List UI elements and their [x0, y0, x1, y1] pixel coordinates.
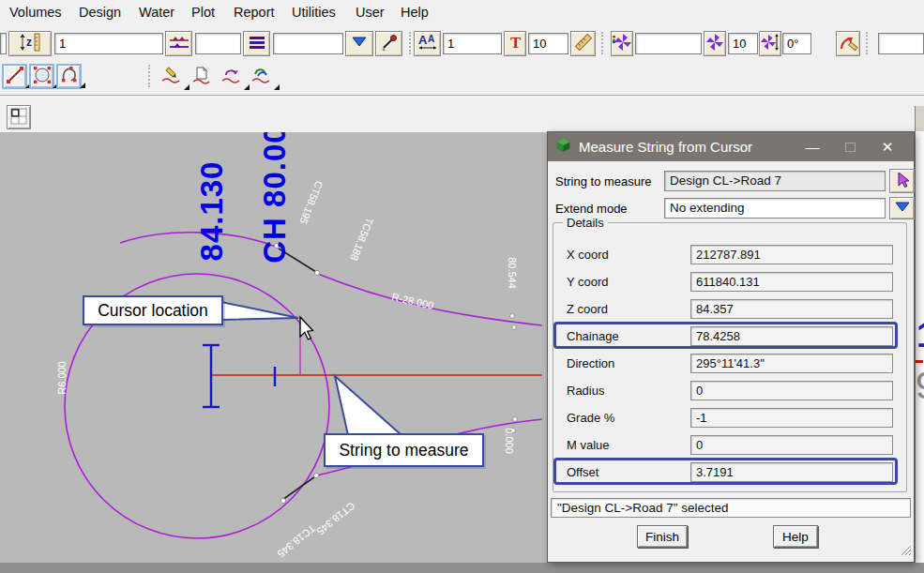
extend-mode-field[interactable]: No extending [664, 198, 886, 219]
circle-icon [33, 66, 52, 87]
linestyle-button[interactable] [243, 31, 270, 56]
angle-input[interactable] [782, 33, 811, 54]
detail-row-offset: Offset 3.7191 [553, 462, 906, 482]
tin-button[interactable] [165, 31, 192, 56]
z-value-input[interactable] [54, 33, 163, 54]
menu-water[interactable]: Water [139, 5, 174, 20]
angle-measure-button[interactable] [836, 31, 860, 56]
detail-row-xcoord: X coord 212787.891 [553, 245, 906, 264]
draw-circle-button[interactable] [29, 64, 54, 89]
maximize-icon [845, 143, 856, 152]
svg-text:z: z [26, 36, 32, 49]
detail-field[interactable]: 212787.891 [690, 245, 893, 264]
finish-button[interactable]: Finish [637, 525, 688, 548]
svg-text:A: A [428, 34, 434, 44]
callout-string-to-measure: String to measure [324, 433, 484, 467]
dialog-status-bar: "Design CL->Road 7" selected [551, 498, 911, 518]
close-button[interactable]: ✕ [869, 132, 906, 161]
offset-right-label: 0.000 [504, 428, 515, 454]
text-value-input[interactable] [443, 33, 502, 54]
minimize-button[interactable]: — [794, 132, 831, 161]
paste-string-button[interactable] [188, 64, 214, 89]
trailing-input[interactable] [878, 33, 924, 54]
reverse-curve-icon [220, 66, 241, 87]
detail-row-grade: Grade % -1 [553, 408, 906, 428]
menu-utilities[interactable]: Utilities [292, 5, 336, 20]
menu-help[interactable]: Help [401, 5, 429, 20]
extend-mode-dropdown[interactable] [889, 197, 915, 219]
colour-input[interactable] [273, 33, 343, 54]
help-button[interactable]: Help [773, 525, 818, 548]
reverse-string-button[interactable] [218, 64, 244, 89]
pinwheel-icon [705, 33, 724, 54]
callout-tail-string [335, 376, 401, 435]
angle-ruler-icon [838, 33, 858, 54]
section-view-edge: 1 9 [915, 106, 924, 563]
radius-circle-label: R6.000 [56, 361, 68, 394]
menu-user[interactable]: User [356, 5, 385, 20]
detail-field[interactable]: 611840.131 [690, 272, 893, 292]
detail-label: X coord [567, 248, 609, 262]
detail-label: M value [567, 438, 610, 452]
eyedropper-button[interactable] [375, 31, 402, 56]
draw-line-button[interactable] [2, 64, 27, 89]
text-size-button[interactable]: AA [414, 31, 441, 56]
linestyle-bars-icon [249, 35, 265, 53]
dialog-titlebar[interactable]: Measure String from Cursor — ✕ [548, 132, 914, 161]
leading-input-fragment[interactable] [0, 33, 7, 54]
symbol-scale-button[interactable] [759, 31, 781, 56]
detail-row-chainage: Chainage 78.4258 [553, 326, 906, 346]
line-icon [6, 66, 24, 87]
maximize-button[interactable] [831, 132, 869, 161]
gap-segment-bottom [282, 476, 315, 500]
page-icon [191, 66, 210, 87]
menu-report[interactable]: Report [234, 5, 275, 20]
model-input[interactable] [195, 33, 241, 54]
detail-label: Z coord [567, 302, 608, 316]
draw-shape-button[interactable] [56, 64, 82, 89]
detail-label: Y coord [567, 275, 609, 289]
pinwheel-color-icon [613, 33, 631, 54]
detail-field[interactable]: 0 [690, 381, 893, 400]
chainage-label: CH 80.00 [257, 132, 293, 264]
symbol-size-input[interactable] [728, 33, 758, 54]
svg-text:A: A [418, 33, 428, 47]
smooth-string-button[interactable] [248, 64, 274, 89]
symbol-rotate-button[interactable] [704, 31, 726, 56]
view-layout-button[interactable] [7, 105, 31, 129]
detail-field[interactable]: 0 [690, 435, 893, 455]
z-value-button[interactable]: z [8, 31, 52, 56]
symbol-colour-button[interactable] [611, 31, 633, 56]
measure-ruler-button[interactable] [570, 31, 596, 56]
detail-row-mvalue: M value 0 [553, 435, 906, 455]
peek-red-dash [916, 360, 923, 363]
dropdown-arrow-icon [350, 36, 369, 52]
detail-field[interactable]: 295°11'41.3" [690, 354, 893, 373]
resize-grip[interactable] [899, 543, 912, 560]
flyout-arrow-icon [80, 83, 85, 88]
colour-dropdown-button[interactable] [345, 31, 373, 56]
detail-row-zcoord: Z coord 84.357 [553, 299, 906, 319]
menu-volumes[interactable]: Volumes [9, 5, 62, 20]
text-style-button[interactable]: T [504, 31, 526, 56]
pick-string-button[interactable] [889, 169, 915, 193]
details-group: Details X coord 212787.891 Y coord 61184… [553, 222, 907, 492]
eyedropper-icon [380, 33, 399, 54]
toolbar-separator [866, 32, 868, 54]
string-to-measure-field[interactable]: Design CL->Road 7 [664, 171, 886, 191]
detail-field[interactable]: 3.7191 [690, 462, 893, 482]
edit-string-button[interactable] [158, 64, 184, 89]
detail-field[interactable]: -1 [690, 408, 893, 428]
mouse-cursor-icon [300, 317, 313, 339]
toolbar-separator [601, 32, 603, 54]
text-height-input[interactable] [528, 33, 568, 54]
swirl-curve-icon [250, 66, 271, 87]
menu-design[interactable]: Design [79, 5, 121, 20]
pencil-curve-icon [160, 66, 181, 87]
symbol-input[interactable] [635, 33, 702, 54]
pinwheel-scale-icon [761, 33, 780, 54]
detail-field[interactable]: 78.4258 [690, 326, 893, 346]
menu-plot[interactable]: Plot [191, 5, 215, 20]
text-T-icon: T [507, 34, 523, 54]
detail-field[interactable]: 84.357 [690, 299, 893, 319]
